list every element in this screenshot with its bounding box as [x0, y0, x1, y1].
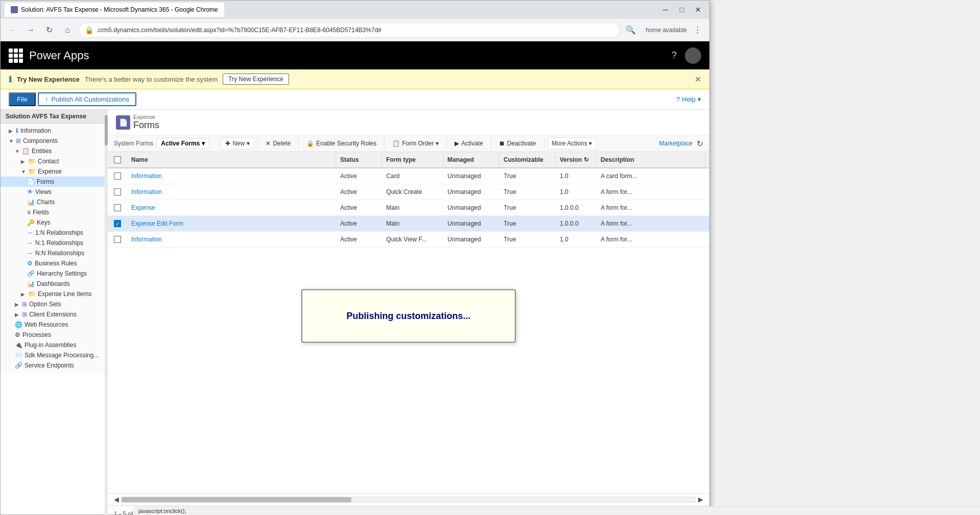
- nav-item-keys[interactable]: 🔑 Keys: [1, 217, 107, 228]
- more-actions-form-button[interactable]: More Actions ▾: [547, 137, 596, 150]
- activate-button[interactable]: ▶ Activate: [450, 137, 488, 150]
- col-customizable[interactable]: Customizable: [499, 152, 556, 167]
- header-checkbox[interactable]: [114, 156, 121, 163]
- row-check-3[interactable]: [114, 204, 121, 211]
- form-link-4[interactable]: Expense Edit Form: [131, 220, 183, 227]
- nav-item-information[interactable]: ▶ ℹ Information: [1, 126, 107, 136]
- nav-label-web-res: Web Resources: [25, 321, 68, 328]
- file-button[interactable]: File: [9, 92, 36, 106]
- nav-item-views[interactable]: 👁 Views: [1, 187, 107, 197]
- scroll-track[interactable]: [121, 497, 696, 503]
- help-button[interactable]: ? Help ▾: [676, 95, 701, 103]
- maximize-button[interactable]: □: [675, 3, 689, 17]
- nav-item-n1-relationships[interactable]: ↔ N:1 Relationships: [1, 238, 107, 248]
- form-link-5[interactable]: Information: [131, 236, 162, 243]
- table-row[interactable]: Information Active Quick View F... Unman…: [108, 232, 709, 248]
- nav-item-entities[interactable]: ▼ 📋 Entities: [1, 146, 107, 156]
- col-name[interactable]: Name: [127, 152, 336, 167]
- row-check-4[interactable]: ✓: [114, 220, 121, 227]
- nav-item-processes[interactable]: ⚙ Processes: [1, 330, 107, 340]
- close-bar-button[interactable]: ✕: [695, 75, 701, 84]
- col-type[interactable]: Form type: [382, 152, 443, 167]
- nav-label-entities: Entities: [32, 148, 52, 155]
- scroll-right-btn[interactable]: ▶: [698, 496, 703, 503]
- user-avatar[interactable]: [685, 47, 701, 64]
- search-button[interactable]: 🔍: [623, 22, 638, 38]
- row-checkbox[interactable]: [112, 184, 127, 200]
- forward-button[interactable]: →: [23, 22, 38, 38]
- nav-item-charts[interactable]: 📊 Charts: [1, 197, 107, 207]
- row-name-2[interactable]: Information: [127, 184, 336, 200]
- marketplace-link[interactable]: Marketplace: [659, 140, 692, 147]
- minimize-button[interactable]: ─: [658, 3, 673, 17]
- nav-item-service-endpoints[interactable]: 🔗 Service Endpoints: [1, 360, 107, 371]
- nav-item-client-extensions[interactable]: ▶ ⊞ Client Extensions: [1, 309, 107, 320]
- row-check-2[interactable]: [114, 188, 121, 195]
- row-check-5[interactable]: [114, 236, 121, 243]
- nav-scrollbar-track[interactable]: [105, 110, 108, 373]
- refresh-col-icon[interactable]: ↻: [584, 156, 589, 163]
- refresh-button[interactable]: ↻: [41, 22, 57, 38]
- nav-item-hierarchy-settings[interactable]: 🔗 Hierarchy Settings: [1, 268, 107, 279]
- row-name-5[interactable]: Information: [127, 232, 336, 247]
- nav-item-contact[interactable]: ▶ 📁 Contact: [1, 156, 107, 166]
- nav-item-forms[interactable]: 📄 Forms: [1, 177, 107, 187]
- address-bar[interactable]: 🔒 .crm5.dynamics.com/tools/solution/edit…: [78, 22, 620, 38]
- close-button[interactable]: ✕: [691, 3, 705, 17]
- help-circle-icon: ?: [676, 95, 680, 103]
- settings-button[interactable]: ⋮: [690, 22, 705, 38]
- nav-item-plugin-assemblies[interactable]: 🔌 Plug-in Assemblies: [1, 340, 107, 350]
- nav-item-expense-line-items[interactable]: ▶ 📁 Expense Line Items: [1, 289, 107, 299]
- table-row[interactable]: Information Active Card Unmanaged True 1…: [108, 168, 709, 184]
- nav-item-web-resources[interactable]: 🌐 Web Resources: [1, 320, 107, 330]
- scroll-thumb[interactable]: [122, 497, 351, 502]
- deactivate-button[interactable]: ⏹ Deactivate: [494, 137, 541, 150]
- refresh-icon[interactable]: ↻: [697, 139, 703, 149]
- back-button[interactable]: ←: [5, 22, 20, 38]
- row-checkbox[interactable]: [112, 232, 127, 247]
- active-forms-dropdown[interactable]: Active Forms ▾: [156, 138, 209, 149]
- row-name-1[interactable]: Information: [127, 168, 336, 184]
- nav-item-dashboards[interactable]: 📊 Dashboards: [1, 279, 107, 289]
- row-checkbox[interactable]: [112, 200, 127, 215]
- col-status[interactable]: Status: [336, 152, 382, 167]
- table-row[interactable]: Information Active Quick Create Unmanage…: [108, 184, 709, 200]
- row-name-4[interactable]: Expense Edit Form: [127, 216, 336, 231]
- row-check-1[interactable]: [114, 173, 121, 180]
- nav-item-1n-relationships[interactable]: ↔ 1:N Relationships: [1, 228, 107, 238]
- col-version[interactable]: Version ↻: [556, 152, 596, 167]
- apps-grid-icon[interactable]: [9, 48, 23, 63]
- enable-security-button[interactable]: 🔒 Enable Security Roles: [302, 137, 381, 150]
- form-link-3[interactable]: Expense: [131, 204, 155, 211]
- nav-item-option-sets[interactable]: ▶ ⊞ Option Sets: [1, 299, 107, 309]
- home-button[interactable]: ⌂: [60, 22, 75, 38]
- row-name-3[interactable]: Expense: [127, 200, 336, 215]
- question-icon[interactable]: ?: [672, 50, 677, 61]
- nav-label-n1: N:1 Relationships: [35, 239, 83, 247]
- nav-item-business-rules[interactable]: ⚙ Business Rules: [1, 258, 107, 268]
- new-form-button[interactable]: ✚ New ▾: [221, 137, 254, 150]
- scroll-left-btn[interactable]: ◀: [114, 496, 119, 503]
- nav-scrollbar-thumb[interactable]: [105, 115, 108, 145]
- row-checkbox[interactable]: ✓: [112, 216, 127, 231]
- nav-item-sdk-message[interactable]: 📨 Sdk Message Processing...: [1, 350, 107, 360]
- header-check[interactable]: [112, 152, 127, 167]
- forms-horizontal-scrollbar[interactable]: ◀ ▶: [108, 493, 709, 505]
- delete-form-button[interactable]: ✕ Delete: [261, 137, 295, 150]
- try-new-button[interactable]: Try New Experience: [223, 73, 289, 85]
- form-order-button[interactable]: 📋 Form Order ▾: [388, 137, 443, 150]
- nav-item-fields[interactable]: ≡ Fields: [1, 207, 107, 217]
- form-link-1[interactable]: Information: [131, 173, 162, 180]
- table-row[interactable]: Expense Active Main Unmanaged True 1.0.0…: [108, 200, 709, 216]
- col-managed[interactable]: Managed: [443, 152, 499, 167]
- browser-titlebar: Solution: AVFS Tax Expense - Microsoft D…: [1, 1, 709, 19]
- nav-item-components[interactable]: ▼ ⊞ Components: [1, 136, 107, 146]
- publish-all-button[interactable]: ↑ Publish All Customizations: [38, 92, 136, 106]
- hierarchy-icon: 🔗: [27, 270, 35, 277]
- form-link-2[interactable]: Information: [131, 188, 162, 195]
- nav-item-expense[interactable]: ▼ 📁 Expense: [1, 166, 107, 177]
- row-checkbox[interactable]: [112, 168, 127, 184]
- table-row[interactable]: ✓ Expense Edit Form Active Main Unmanage…: [108, 216, 709, 232]
- nav-item-nn-relationships[interactable]: ↔ N:N Relationships: [1, 248, 107, 258]
- browser-tab[interactable]: Solution: AVFS Tax Expense - Microsoft D…: [5, 3, 224, 17]
